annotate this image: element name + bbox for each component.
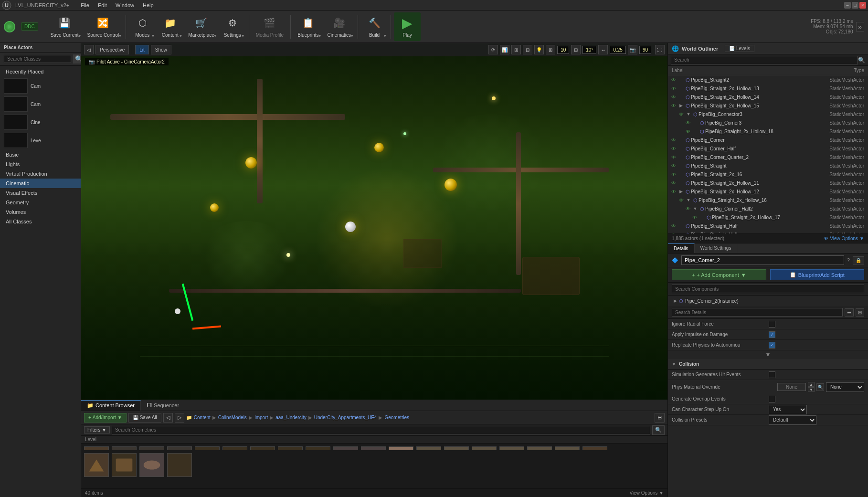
cb-row2-item-3[interactable] bbox=[138, 452, 165, 486]
visibility-eye-icon[interactable]: 👁 bbox=[670, 162, 677, 169]
tab-sequencer[interactable]: 🎞 Sequencer bbox=[141, 401, 185, 410]
cb-search-button[interactable]: 🔍 bbox=[652, 425, 665, 435]
search-components-input[interactable] bbox=[672, 285, 864, 293]
cb-item-pipe-fence-half[interactable]: Pipe_Fence_Straight_Half bbox=[554, 445, 581, 450]
menu-window[interactable]: Window bbox=[112, 1, 138, 9]
visibility-eye-icon[interactable]: 👁 bbox=[684, 127, 692, 135]
cb-item-deck01[interactable]: Deck01 bbox=[111, 445, 138, 450]
cam-item-3[interactable]: Cine bbox=[4, 114, 77, 131]
cb-item-pipe-fence-straight-2x1[interactable]: Pipe_Fence_Straight_2x1 bbox=[498, 445, 525, 450]
sidebar-item-virtual-production[interactable]: Virtual Production bbox=[0, 169, 81, 179]
sidebar-item-lights[interactable]: Lights bbox=[0, 159, 81, 169]
replicate-physics-checkbox[interactable] bbox=[769, 342, 775, 349]
visibility-eye-icon[interactable]: 👁 bbox=[670, 102, 677, 109]
visibility-eye-icon[interactable]: 👁 bbox=[677, 196, 685, 204]
save-current-button[interactable]: 💾 Save Current ▼ bbox=[47, 12, 83, 41]
collision-presets-dropdown[interactable]: Default Custom NoCollision bbox=[769, 415, 816, 425]
tab-world-settings[interactable]: World Settings bbox=[695, 243, 738, 253]
maximize-button[interactable]: □ bbox=[852, 2, 858, 9]
cb-item-door03[interactable]: Door03 bbox=[249, 445, 276, 450]
cb-item-door02[interactable]: Door02 bbox=[222, 445, 248, 450]
visibility-eye-icon[interactable]: 👁 bbox=[670, 153, 677, 161]
vp-icon-3[interactable]: ⊞ bbox=[511, 45, 521, 54]
cb-row2-item-4[interactable] bbox=[166, 452, 193, 486]
vp-camera-icon[interactable]: 📷 bbox=[628, 45, 637, 54]
details-grid-view-btn[interactable]: ⊞ bbox=[856, 308, 864, 317]
outliner-row[interactable]: 👁⬡PipeBig_CornerStaticMeshActor bbox=[668, 136, 868, 144]
save-all-button[interactable]: 💾 Save All bbox=[128, 413, 161, 423]
tab-details[interactable]: Details bbox=[668, 243, 695, 253]
visibility-eye-icon[interactable]: 👁 bbox=[670, 93, 677, 101]
outliner-row[interactable]: 👁▶⬡PipeBig_Straight_2x_Hollow_12StaticMe… bbox=[668, 187, 868, 196]
cb-forward-button[interactable]: ▷ bbox=[175, 413, 184, 423]
cb-item-extra-1[interactable]: ... bbox=[582, 445, 608, 450]
blueprint-add-script-button[interactable]: 📋 Blueprint/Add Script bbox=[770, 269, 865, 280]
cb-options-button[interactable]: ⊟ bbox=[655, 413, 665, 423]
breadcrumb-undercity[interactable]: aaa_Undercity bbox=[275, 415, 306, 420]
search-classes-input[interactable] bbox=[4, 55, 71, 63]
search-details-input[interactable] bbox=[672, 308, 843, 317]
outliner-search-input[interactable] bbox=[671, 56, 858, 64]
vp-fullscreen-btn[interactable]: ⛶ bbox=[655, 45, 665, 54]
menu-help[interactable]: Help bbox=[139, 1, 158, 9]
menu-edit[interactable]: Edit bbox=[94, 1, 111, 9]
collision-section-header[interactable]: ▼ Collision bbox=[668, 359, 868, 370]
breadcrumb-appartments[interactable]: UnderCity_Appartments_UE4 bbox=[314, 415, 377, 420]
vp-grid-toggle[interactable]: ⊟ bbox=[571, 45, 581, 54]
visibility-eye-icon[interactable]: 👁 bbox=[684, 119, 692, 127]
visibility-eye-icon[interactable]: 👁 bbox=[670, 188, 677, 195]
outliner-row[interactable]: 👁⬡PipeBig_Straight_2x_16StaticMeshActor bbox=[668, 170, 868, 179]
breadcrumb-geometries[interactable]: Geometries bbox=[384, 415, 409, 420]
cinematics-button[interactable]: 🎥 Cinematics ▼ bbox=[324, 12, 355, 41]
toolbar-expand-button[interactable]: » bbox=[856, 22, 864, 32]
breadcrumb-import[interactable]: Import bbox=[254, 415, 268, 420]
blueprints-button[interactable]: 📋 Blueprints ▼ bbox=[294, 12, 322, 41]
cb-item-pipe-fence-busted[interactable]: Pipe_Fence_Straight_Busted bbox=[526, 445, 553, 450]
visibility-eye-icon[interactable]: 👁 bbox=[684, 205, 692, 212]
cb-item-door01[interactable]: Door01 bbox=[194, 445, 221, 450]
pipe-corner-component[interactable]: ▶ ⬡ Pipe_Corner_2(Instance) bbox=[672, 296, 864, 305]
outliner-row[interactable]: 👁⬡PipeBig_Corner_Quarter_2StaticMeshActo… bbox=[668, 153, 868, 161]
recently-placed-item[interactable]: Recently Placed bbox=[0, 67, 81, 76]
phys-up-btn[interactable]: ▲ bbox=[808, 382, 815, 387]
outliner-row[interactable]: 👁⬡PipeBig_StraightStaticMeshActor bbox=[668, 161, 868, 170]
vp-icon-5[interactable]: 💡 bbox=[534, 45, 544, 54]
outliner-view-options-btn[interactable]: 👁 View Options ▼ bbox=[824, 236, 864, 241]
search-geometries-input[interactable] bbox=[112, 426, 650, 434]
visibility-eye-icon[interactable]: 👁 bbox=[670, 170, 677, 178]
ignore-radial-checkbox[interactable] bbox=[769, 321, 775, 328]
view-options-btn[interactable]: View Options ▼ bbox=[630, 490, 664, 496]
add-import-button[interactable]: + Add/Import ▼ bbox=[84, 413, 127, 423]
viewport[interactable]: ◁ Perspective Lit Show ⟳ 📊 ⊞ ⊟ 💡 ⊞ 10 ⊟ … bbox=[81, 43, 667, 400]
visibility-eye-icon[interactable]: 👁 bbox=[691, 213, 699, 221]
vp-icon-6[interactable]: ⊞ bbox=[546, 45, 555, 54]
cb-item-awning01[interactable]: Awning01 bbox=[83, 445, 110, 450]
hit-events-checkbox[interactable] bbox=[769, 371, 775, 378]
play-button[interactable]: ▶ Play bbox=[394, 12, 421, 41]
levels-button[interactable]: 📑 Levels bbox=[725, 45, 754, 52]
outliner-row[interactable]: 👁⬡PipeBig_Straight_2x_Hollow_18StaticMes… bbox=[668, 127, 868, 136]
collapse-icon[interactable]: ▼ bbox=[765, 351, 771, 358]
cb-item-pipe-corner[interactable]: Pipe_Corner bbox=[388, 445, 414, 450]
details-list-view-btn[interactable]: ☰ bbox=[845, 308, 854, 317]
sidebar-item-cinematic[interactable]: Cinematic bbox=[0, 179, 81, 188]
media-profile-button[interactable]: 🎬 Media Profile bbox=[252, 12, 287, 41]
visibility-eye-icon[interactable]: 👁 bbox=[670, 145, 677, 152]
close-button[interactable]: ✕ bbox=[859, 2, 866, 9]
phys-search-btn[interactable]: 🔍 bbox=[816, 383, 824, 391]
col-type[interactable]: Type bbox=[801, 68, 868, 73]
visibility-eye-icon[interactable]: 👁 bbox=[670, 76, 677, 84]
menu-file[interactable]: File bbox=[77, 1, 93, 9]
tab-content-browser[interactable]: 📁 Content Browser bbox=[81, 400, 141, 411]
filters-button[interactable]: Filters ▼ bbox=[84, 426, 110, 434]
vp-scale-toggle[interactable]: ↔ bbox=[598, 45, 608, 54]
cb-item-pipe-fence-straight[interactable]: Pipe_Fence_Straight bbox=[471, 445, 498, 450]
step-up-dropdown[interactable]: Yes No bbox=[769, 405, 807, 414]
outliner-row[interactable]: 👁⬡PipeBig_Straight_2x_Hollow_13StaticMes… bbox=[668, 84, 868, 93]
outliner-search-button[interactable]: 🔍 bbox=[858, 57, 865, 63]
outliner-row[interactable]: 👁⬡PipeBig_Straight_2x_Hollow_17StaticMes… bbox=[668, 213, 868, 222]
viewport-show-btn[interactable]: Show bbox=[151, 45, 171, 54]
outliner-row[interactable]: 👁⬡PipeBig_Straight_HollowStaticMeshActor bbox=[668, 230, 868, 233]
outliner-row[interactable]: 👁⬡PipeBig_Straight_HalfStaticMeshActor bbox=[668, 222, 868, 230]
vp-icon-4[interactable]: ⊟ bbox=[523, 45, 532, 54]
